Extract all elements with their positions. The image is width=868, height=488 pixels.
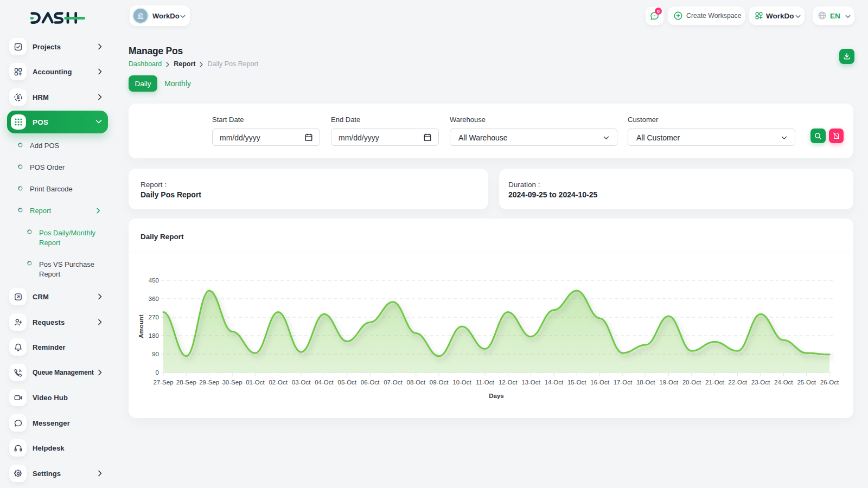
svg-text:15-Oct: 15-Oct — [567, 379, 586, 386]
svg-text:28-Sep: 28-Sep — [176, 379, 196, 386]
svg-text:07-Oct: 07-Oct — [384, 379, 403, 386]
svg-text:90: 90 — [152, 351, 159, 357]
svg-text:02-Oct: 02-Oct — [269, 379, 288, 386]
svg-text:13-Oct: 13-Oct — [521, 379, 540, 386]
svg-text:09-Oct: 09-Oct — [430, 379, 449, 386]
svg-text:12-Oct: 12-Oct — [499, 379, 518, 386]
svg-text:180: 180 — [149, 332, 159, 339]
svg-text:Amount: Amount — [138, 314, 144, 338]
svg-text:25-Oct: 25-Oct — [797, 379, 816, 386]
svg-text:17-Oct: 17-Oct — [614, 379, 633, 386]
svg-text:14-Oct: 14-Oct — [545, 379, 564, 386]
svg-text:24-Oct: 24-Oct — [774, 379, 793, 386]
svg-text:270: 270 — [149, 314, 159, 320]
svg-text:04-Oct: 04-Oct — [315, 379, 334, 386]
svg-text:360: 360 — [149, 296, 159, 302]
svg-text:27-Sep: 27-Sep — [153, 379, 173, 386]
svg-text:03-Oct: 03-Oct — [292, 379, 311, 386]
svg-text:22-Oct: 22-Oct — [728, 379, 747, 386]
svg-text:08-Oct: 08-Oct — [407, 379, 426, 386]
svg-text:06-Oct: 06-Oct — [361, 379, 380, 386]
svg-text:19-Oct: 19-Oct — [659, 379, 678, 386]
svg-text:29-Sep: 29-Sep — [199, 379, 219, 386]
svg-text:Days: Days — [489, 393, 504, 399]
svg-text:16-Oct: 16-Oct — [590, 379, 609, 386]
svg-text:05-Oct: 05-Oct — [338, 379, 357, 386]
svg-text:450: 450 — [149, 277, 159, 284]
svg-text:0: 0 — [156, 369, 159, 376]
svg-text:26-Oct: 26-Oct — [820, 379, 839, 386]
svg-text:18-Oct: 18-Oct — [636, 379, 655, 386]
svg-text:01-Oct: 01-Oct — [246, 379, 265, 386]
svg-text:20-Oct: 20-Oct — [682, 379, 701, 386]
svg-text:11-Oct: 11-Oct — [476, 379, 494, 386]
svg-text:10-Oct: 10-Oct — [452, 379, 471, 386]
svg-text:23-Oct: 23-Oct — [751, 379, 770, 386]
svg-text:21-Oct: 21-Oct — [705, 379, 724, 386]
svg-text:30-Sep: 30-Sep — [222, 379, 242, 386]
